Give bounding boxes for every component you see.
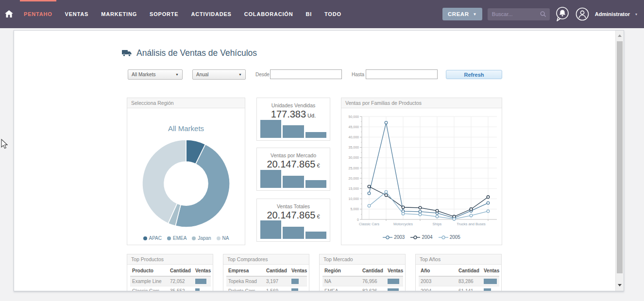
data-point-2004[interactable] [402, 206, 405, 209]
data-point-2005[interactable] [453, 217, 456, 220]
y-axis-label: 35,000 [349, 146, 359, 149]
kpi-bar [305, 232, 326, 239]
kpi-mini-bars [260, 120, 326, 138]
user-avatar-icon[interactable] [575, 7, 590, 21]
from-date-input[interactable] [270, 69, 342, 79]
table-row[interactable]: Dakota Cars1,569 [226, 286, 307, 291]
data-table: EmpresaCantidadVentasTopeka Road3,197Dak… [226, 266, 307, 291]
column-header: Año [419, 266, 457, 276]
data-point-2003[interactable] [419, 210, 422, 213]
column-header: Región [322, 266, 360, 276]
data-point-2004[interactable] [419, 206, 422, 209]
scroll-up-arrow-icon[interactable] [616, 32, 624, 39]
x-axis-label: Motorcycles [393, 222, 413, 226]
cell-name: Dakota Cars [226, 286, 264, 291]
user-name[interactable]: Administrator [595, 11, 630, 17]
legend-label: 2005 [450, 234, 460, 240]
period-select[interactable]: Anual ▼ [192, 69, 246, 80]
y-axis-label: 40,000 [349, 135, 359, 139]
table-panel-header: Top Mercado [320, 254, 405, 265]
data-point-2003[interactable] [385, 121, 388, 124]
data-point-2005[interactable] [402, 212, 405, 215]
donut-legend-item-emea[interactable]: EMEA [167, 235, 186, 241]
market-select-caret-icon: ▼ [175, 73, 179, 76]
sales-bar [291, 279, 299, 284]
cell-quantity: 83,286 [457, 276, 482, 286]
create-button[interactable]: CREAR ▼ [442, 8, 482, 20]
region-donut-chart [127, 139, 245, 229]
menu-item-marketing[interactable]: MARKETING [101, 0, 137, 28]
table-row[interactable]: NA76,956 [322, 276, 403, 286]
menu-item-actividades[interactable]: ACTIVIDADES [191, 0, 231, 28]
screen: PENTAHOVENTASMARKETINGSOPORTEACTIVIDADES… [0, 0, 644, 301]
data-point-2004[interactable] [487, 196, 490, 199]
data-table: RegiónCantidadVentasNA76,956EMEA82,626 [322, 266, 403, 291]
menu-item-colaboración[interactable]: COLABORACIÓN [244, 0, 293, 28]
kpi-bar [305, 132, 326, 138]
legend-label: 2003 [394, 234, 405, 240]
data-point-2005[interactable] [385, 190, 388, 193]
scroll-down-arrow-icon[interactable] [616, 281, 624, 289]
donut-legend-item-apac[interactable]: APAC [143, 235, 162, 241]
column-header: Ventas [289, 266, 307, 276]
table-row[interactable]: Classic Cars35,552 [130, 286, 211, 291]
search-icon[interactable] [540, 11, 546, 17]
cell-name: 2004 [419, 286, 457, 291]
table-row[interactable]: Example Line72,052 [130, 276, 211, 286]
data-point-2005[interactable] [436, 215, 439, 218]
data-point-2004[interactable] [436, 209, 439, 212]
cell-name: Classic Cars [130, 286, 168, 291]
table-row[interactable]: 200383,286 [419, 276, 499, 286]
search-input[interactable] [491, 11, 541, 17]
table-row[interactable]: Topeka Road3,197 [226, 276, 307, 286]
sales-bar [195, 279, 206, 284]
menu-item-pentaho[interactable]: PENTAHO [24, 0, 52, 28]
cell-name: NA [322, 276, 360, 286]
menu-item-bi[interactable]: BI [305, 0, 312, 28]
scrollbar-thumb[interactable] [617, 41, 623, 273]
home-icon[interactable] [0, 10, 17, 18]
cell-sales-bar [289, 286, 307, 291]
data-point-2005[interactable] [487, 210, 490, 213]
data-point-2004[interactable] [470, 208, 473, 211]
donut-legend-item-japan[interactable]: Japan [192, 235, 211, 241]
cell-quantity: 35,552 [168, 286, 193, 291]
kpi-bar [260, 120, 281, 138]
y-axis-label: 25,000 [349, 167, 359, 170]
notifications-bell-icon[interactable] [555, 6, 570, 22]
legend-dot-icon [167, 236, 171, 240]
table-row[interactable]: EMEA82,626 [322, 286, 403, 291]
menu-item-todo[interactable]: TODO [324, 0, 341, 28]
data-point-2003[interactable] [487, 201, 490, 204]
menu-item-soporte[interactable]: SOPORTE [150, 0, 178, 28]
line-legend-item-2005[interactable]: 2005 [439, 234, 460, 240]
market-select-value: All Markets [132, 72, 155, 77]
line-legend-item-2004[interactable]: 2004 [410, 234, 432, 240]
data-point-2005[interactable] [470, 214, 473, 217]
donut-legend: APACEMEAJapanNA [127, 235, 245, 241]
data-point-2004[interactable] [368, 185, 371, 188]
kpi-label: Ventas por Mercado [257, 152, 330, 158]
data-point-2004[interactable] [385, 194, 388, 197]
kpi-value-unit: € [317, 214, 320, 219]
user-menu-caret-icon[interactable]: ▾ [635, 12, 637, 17]
y-axis-label: 10,000 [349, 197, 359, 201]
sales-bar [291, 288, 298, 291]
table-row[interactable]: 200461,141 [419, 286, 499, 291]
line-legend-item-2003[interactable]: 2003 [383, 234, 405, 240]
to-date-input[interactable] [366, 69, 438, 79]
data-point-2003[interactable] [368, 192, 371, 195]
cell-quantity: 72,052 [168, 276, 193, 286]
vertical-scrollbar[interactable] [615, 31, 624, 291]
home-icon-glyph [5, 10, 13, 18]
cell-name: Example Line [130, 276, 168, 286]
data-point-2005[interactable] [368, 204, 371, 207]
menu-item-ventas[interactable]: VENTAS [65, 0, 89, 28]
donut-legend-item-na[interactable]: NA [217, 235, 229, 241]
market-select[interactable]: All Markets ▼ [128, 69, 183, 80]
column-header: Ventas [193, 266, 211, 276]
column-header: Empresa [226, 266, 264, 276]
data-point-2005[interactable] [419, 213, 422, 216]
refresh-button[interactable]: Refresh [446, 70, 502, 79]
kpi-value: 20.147.865€ [257, 159, 330, 170]
